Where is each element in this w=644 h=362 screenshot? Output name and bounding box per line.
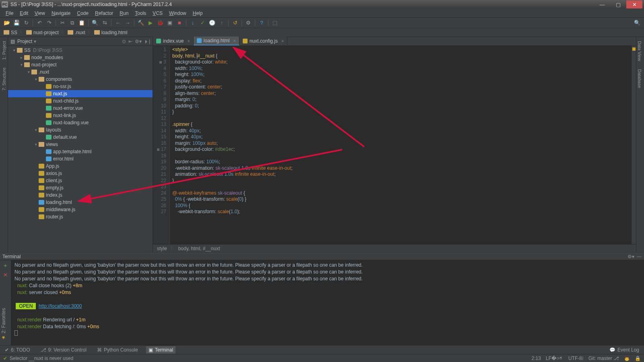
code-breadcrumb-item[interactable]: body, html, #__nuxt [178,246,220,251]
help-icon[interactable]: ? [257,19,266,27]
terminal-output[interactable]: No parser and no filepath given, using '… [11,260,644,345]
close-tab-icon[interactable]: × [281,39,284,43]
tree-item[interactable]: App.js [8,162,153,170]
breadcrumb-item[interactable]: nuxt-project [25,30,60,35]
bottom-tab[interactable]: ⎇9: Version Control [38,346,89,354]
settings-icon[interactable]: ⚙ [244,19,253,27]
menu-edit[interactable]: Edit [17,9,31,17]
tree-item[interactable]: nuxt.js [8,90,153,97]
tool-tab[interactable]: Database [636,65,643,92]
menu-tools[interactable]: Tools [132,9,149,17]
open-icon[interactable]: 📂 [2,19,11,27]
editor-tab[interactable]: loading.html× [194,37,239,45]
tree-item[interactable]: ▾components [8,76,153,83]
tool-tab[interactable]: 1: Project [1,37,7,64]
menu-refactor[interactable]: Refactor [92,9,116,17]
tree-item[interactable]: ▸node_modules [8,54,153,61]
favorites-tab[interactable]: ★ 2: Favorites [0,305,8,343]
tree-item[interactable]: ▾layouts [8,126,153,134]
code-breadcrumb[interactable]: style〉body, html, #__nuxt [153,244,636,252]
copy-icon[interactable]: ⧉ [68,19,76,27]
error-stripe[interactable] [631,46,636,244]
tree-item[interactable]: no-ssr.js [8,83,153,90]
paste-icon[interactable]: 📋 [77,19,86,27]
tree-item[interactable]: ▾nuxt-project [8,61,153,68]
replace-icon[interactable]: ⇆ [100,19,109,27]
revert-icon[interactable]: ↺ [231,19,239,27]
undo-icon[interactable]: ↶ [35,19,44,27]
tree-item[interactable]: error.html [8,155,153,162]
tree-item[interactable]: nuxt-link.js [8,112,153,119]
breadcrumb-item[interactable]: .nuxt [66,30,87,35]
tree-item[interactable]: nuxt-child.js [8,97,153,105]
editor-tab[interactable]: nuxt.config.js× [239,37,287,45]
vcs-update-icon[interactable]: ↓ [188,19,197,27]
run-icon[interactable]: ▶ [146,19,155,27]
back-icon[interactable]: ← [114,19,122,27]
vcs-push-icon[interactable]: ↑ [217,19,226,27]
vcs-history-icon[interactable]: 🕘 [208,19,217,27]
code-editor[interactable]: <style>body, html, #__nuxt { background-… [170,46,631,244]
tree-item[interactable]: empty.js [8,184,153,191]
tree-item[interactable]: ▾.nuxt [8,68,153,76]
lock-icon[interactable]: 🔒 [635,356,641,361]
tree-item[interactable]: index.js [8,191,153,199]
bottom-tab[interactable]: ▣Terminal [146,346,175,354]
breadcrumb-item[interactable]: SS [2,30,19,35]
project-view-dropdown[interactable]: Project [17,39,36,44]
bottom-tab[interactable]: ⌘Python Console [95,346,140,354]
stop-icon[interactable]: ■ [175,19,184,27]
line-gutter[interactable]: 1234567891011121314151617181920212223242… [153,46,170,244]
event-log-tab[interactable]: 💬Event Log [607,346,642,354]
close-tab-icon[interactable]: × [233,38,236,43]
file-encoding[interactable]: UTF-8⁞ [568,356,584,361]
maximize-button[interactable]: ▢ [610,0,626,8]
tree-item[interactable]: router.js [8,213,153,220]
tree-item[interactable]: loading.html [8,199,153,206]
forward-icon[interactable]: → [123,19,132,27]
menu-code[interactable]: Code [74,9,92,17]
vcs-commit-icon[interactable]: ✓ [198,19,207,27]
search-everywhere-icon[interactable]: 🔍 [633,19,642,27]
tool-tab[interactable]: 7: Structure [1,64,7,95]
git-branch[interactable]: Git: master ⎇ [588,356,619,361]
cut-icon[interactable]: ✂ [58,19,67,27]
tree-item[interactable]: client.js [8,177,153,184]
code-breadcrumb-item[interactable]: style [157,246,167,251]
tree-item[interactable]: nuxt-loading.vue [8,119,153,126]
close-session-icon[interactable]: ✕ [3,272,8,278]
menu-view[interactable]: View [31,9,48,17]
new-session-icon[interactable]: + [4,262,7,269]
cursor-position[interactable]: 2:13 [532,356,541,361]
project-tree[interactable]: ▾SSD:\Progi 3\SS▸node_modules▾nuxt-proje… [8,46,153,252]
collapse-all-icon[interactable]: ⇤ [128,39,132,44]
sync-icon[interactable]: ↻ [22,19,31,27]
hide-icon[interactable]: ⏵| [144,39,150,44]
tree-item[interactable]: nuxt-error.vue [8,105,153,112]
menu-file[interactable]: File [2,9,17,17]
debug-icon[interactable]: 🐞 [156,19,165,27]
minimize-button[interactable]: — [594,0,610,8]
menu-vcs[interactable]: VCS [149,9,166,17]
menu-navigate[interactable]: Navigate [48,9,74,17]
bottom-tab[interactable]: ✔6: TODO [2,346,33,354]
line-separator[interactable]: LF�ುರ [546,356,564,361]
tree-item[interactable]: app.template.html [8,148,153,155]
build-icon[interactable]: 🔨 [136,19,145,27]
tree-item[interactable]: axios.js [8,170,153,177]
tree-item[interactable]: default.vue [8,134,153,141]
terminal-hide-icon[interactable]: — [637,254,642,259]
tree-item[interactable]: middleware.js [8,206,153,213]
save-icon[interactable]: 💾 [12,19,21,27]
find-icon[interactable]: 🔍 [91,19,99,27]
editor-tab[interactable]: index.vue× [153,37,194,45]
terminal-settings-icon[interactable]: ⚙▾ [627,254,634,259]
menu-window[interactable]: Window [166,9,190,17]
tool-tab[interactable]: Data View [636,37,643,65]
redo-icon[interactable]: ↷ [45,19,54,27]
menu-run[interactable]: Run [116,9,132,17]
settings-gear-icon[interactable]: ⚙▾ [135,39,142,44]
coverage-icon[interactable]: ▣ [165,19,174,27]
tree-item[interactable]: ▾SSD:\Progi 3\SS [8,47,153,54]
breadcrumb-item[interactable]: loading.html [93,30,129,35]
